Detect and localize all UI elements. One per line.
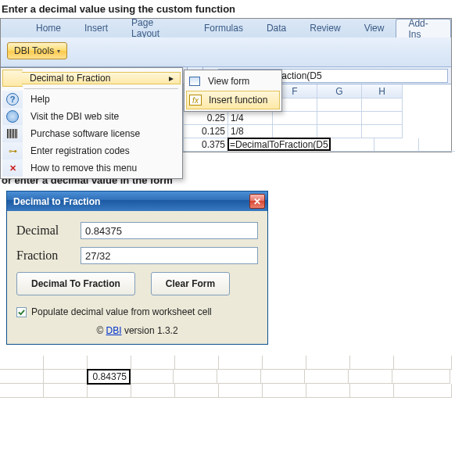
tab-page-layout[interactable]: Page Layout <box>120 19 192 38</box>
menu-item-label: Help <box>30 94 50 105</box>
menu-remove[interactable]: ✕ How to remove this menu <box>2 159 181 177</box>
mini-cell-b2[interactable] <box>44 370 88 384</box>
submenu-view-form[interactable]: View form <box>186 72 280 91</box>
menu-item-label: Enter registration codes <box>30 145 130 156</box>
delete-icon: ✕ <box>6 162 19 174</box>
mini-cell-c3[interactable] <box>88 384 131 398</box>
cell-e3[interactable]: 1/4 <box>228 112 273 125</box>
menu-visit-site[interactable]: Visit the DBI web site <box>2 108 181 125</box>
cell-d4[interactable]: 0.125 <box>184 125 228 138</box>
mini-cell-g2[interactable] <box>261 370 305 384</box>
key-icon: ⊶ <box>6 145 19 157</box>
version-text: version 1.3.2 <box>122 325 178 336</box>
cell-h5[interactable] <box>419 138 455 152</box>
mini-cell-h2[interactable] <box>305 370 349 384</box>
tab-view[interactable]: View <box>353 19 396 38</box>
ribbon: DBI Tools ▾ Decimal to Fraction▸ View fo… <box>1 38 451 67</box>
mini-worksheet[interactable]: 0.84375 <box>0 356 452 398</box>
mini-cell-h1[interactable] <box>306 356 350 370</box>
menu-item-label: Purchase software license <box>30 128 140 139</box>
cell-e4[interactable]: 1/8 <box>228 125 273 138</box>
mini-cell-e2[interactable] <box>174 370 217 384</box>
cell-h4[interactable] <box>362 125 403 138</box>
mini-cell-i1[interactable] <box>350 356 394 370</box>
clear-form-button[interactable]: Clear Form <box>151 272 230 295</box>
tab-review[interactable]: Review <box>298 19 352 38</box>
cell-h2[interactable] <box>362 98 403 112</box>
excel-window: Home Insert Page Layout Formulas Data Re… <box>0 18 452 152</box>
cell-g2[interactable] <box>317 98 362 112</box>
menu-help[interactable]: ? Help <box>2 91 181 108</box>
dbi-link[interactable]: DBI <box>106 325 122 336</box>
dbi-tools-label: DBI Tools <box>14 45 54 56</box>
populate-label: Populate decimal value from worksheet ce… <box>31 306 212 317</box>
menu-decimal-to-fraction[interactable]: Decimal to Fraction▸ View form fx Insert… <box>2 70 181 87</box>
menu-register[interactable]: ⊶ Enter registration codes <box>2 142 181 159</box>
mini-cell-i2[interactable] <box>349 370 392 384</box>
cell-h3[interactable] <box>362 112 403 125</box>
tab-formulas[interactable]: Formulas <box>192 19 255 38</box>
mini-cell-d1[interactable] <box>131 356 175 370</box>
cell-g3[interactable] <box>317 112 362 125</box>
mini-cell-c1[interactable] <box>88 356 131 370</box>
mini-cell-a1[interactable] <box>0 356 44 370</box>
fraction-input[interactable]: 27/32 <box>81 247 258 264</box>
mini-cell-e1[interactable] <box>175 356 219 370</box>
tab-home[interactable]: Home <box>24 19 73 38</box>
mini-cell-j1[interactable] <box>394 356 452 370</box>
col-header-h[interactable]: H <box>362 84 403 98</box>
cell-d3[interactable]: 0.25 <box>184 112 228 125</box>
fraction-label: Fraction <box>16 249 81 263</box>
mini-cell-d3[interactable] <box>131 384 175 398</box>
mini-cell-h3[interactable] <box>306 384 350 398</box>
mini-cell-g1[interactable] <box>263 356 306 370</box>
dialog-titlebar[interactable]: Decimal to Fraction ✕ <box>7 191 267 211</box>
dbi-tools-button[interactable]: DBI Tools ▾ <box>7 42 67 59</box>
mini-cell-c2-selected[interactable]: 0.84375 <box>87 369 131 385</box>
mini-cell-b3[interactable] <box>44 384 88 398</box>
submenu-insert-function[interactable]: fx Insert function <box>186 91 280 109</box>
submenu-label: View form <box>203 76 280 87</box>
dialog-title: Decimal to Fraction <box>13 196 100 207</box>
close-icon[interactable]: ✕ <box>249 194 265 209</box>
cell-f5[interactable] <box>330 138 374 152</box>
dbi-menu: Decimal to Fraction▸ View form fx Insert… <box>0 67 183 179</box>
menu-purchase[interactable]: Purchase software license <box>2 125 181 142</box>
help-icon: ? <box>6 93 19 106</box>
ribbon-tabs: Home Insert Page Layout Formulas Data Re… <box>1 19 451 38</box>
populate-checkbox[interactable] <box>16 307 27 317</box>
form-icon <box>189 77 200 86</box>
cell-d5[interactable]: 0.375 <box>184 138 228 152</box>
fx-icon: fx <box>189 95 202 106</box>
cell-g5[interactable] <box>374 138 419 152</box>
cell-e5-active[interactable]: =DecimalToFraction(D5 <box>228 138 331 151</box>
tab-add-ins[interactable]: Add-Ins <box>396 19 451 38</box>
menu-separator <box>24 88 178 89</box>
menu-item-label: Decimal to Fraction <box>30 73 110 84</box>
tab-data[interactable]: Data <box>255 19 298 38</box>
mini-cell-f2[interactable] <box>217 370 261 384</box>
mini-cell-b1[interactable] <box>44 356 88 370</box>
submenu-label: Insert function <box>204 95 279 106</box>
decimal-to-fraction-button[interactable]: Decimal To Fraction <box>16 272 135 295</box>
decimal-to-fraction-dialog: Decimal to Fraction ✕ Decimal 0.84375 Fr… <box>6 191 268 345</box>
mini-cell-e3[interactable] <box>175 384 219 398</box>
mini-cell-a3[interactable] <box>0 384 44 398</box>
mini-cell-a2[interactable] <box>0 370 44 384</box>
mini-cell-j2[interactable] <box>392 370 450 384</box>
mini-cell-g3[interactable] <box>263 384 306 398</box>
caption-1: Enter a decimal value using the custom f… <box>0 0 455 18</box>
cell-f4[interactable] <box>273 125 317 138</box>
decimal-input[interactable]: 0.84375 <box>81 222 258 239</box>
submenu-arrow-icon: ▸ <box>169 73 174 84</box>
tab-insert[interactable]: Insert <box>73 19 120 38</box>
cell-g4[interactable] <box>317 125 362 138</box>
mini-cell-d2[interactable] <box>130 370 174 384</box>
mini-cell-f3[interactable] <box>219 384 263 398</box>
mini-cell-i3[interactable] <box>350 384 394 398</box>
mini-cell-f1[interactable] <box>219 356 263 370</box>
check-icon <box>18 309 25 316</box>
col-header-g[interactable]: G <box>317 84 362 98</box>
mini-cell-j3[interactable] <box>394 384 452 398</box>
cell-f3[interactable] <box>273 112 317 125</box>
